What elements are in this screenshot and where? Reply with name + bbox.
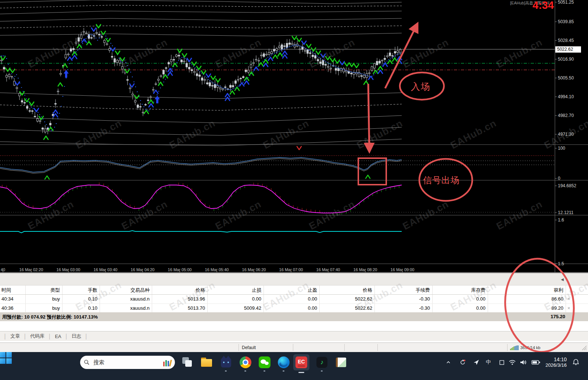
time-axis-label: 16 Mar 04:20 [131, 267, 155, 272]
search-icon [84, 359, 90, 365]
task-view-button[interactable] [181, 356, 194, 369]
time-axis-label: 16 Mar 03:40 [94, 267, 118, 272]
search-highlight-icon [162, 358, 171, 366]
mt-terminal-window: 5022.62 [EAHub]高盈力黑骑 ① 4:34 5051.255039.… [0, 0, 588, 380]
ime-language-indicator[interactable]: 中 [486, 357, 491, 367]
trade-cell: 0.10 [62, 295, 100, 303]
trade-cell: buy [26, 295, 62, 303]
trade-cell: -0.30 [375, 304, 433, 312]
trade-cell: 40:34 [0, 295, 26, 303]
price-axis-label: 12.1211 [558, 210, 574, 215]
ec-logo: EC [295, 356, 307, 368]
edge-icon[interactable] [277, 356, 290, 369]
trade-cell: 5009.42 [208, 304, 264, 312]
column-header: 获利 [488, 285, 566, 294]
time-axis-label: 16 Mar 07:40 [316, 267, 340, 272]
trade-cell: 5022.62 [320, 304, 375, 312]
trade-cell: xauusd.n [100, 295, 152, 303]
trade-cell: -0.30 [375, 295, 433, 303]
price-axis-label: 5005.50 [558, 75, 574, 81]
chart-area[interactable]: 5022.62 [EAHub]高盈力黑骑 ① 4:34 5051.255039.… [0, 0, 588, 273]
price-axis-label: 0 [558, 176, 560, 181]
price-axis-label: 4971.30 [558, 132, 574, 137]
time-axis-label: 40 [1, 267, 5, 272]
trade-cell: 5013.96 [152, 295, 208, 303]
dictionary-app-icon[interactable] [334, 356, 348, 369]
file-explorer-icon[interactable] [200, 356, 213, 369]
time-axis-label: 16 Mar 06:20 [242, 267, 266, 272]
close-trade-icon[interactable]: × [566, 304, 588, 312]
time-axis-label: 16 Mar 09:00 [391, 267, 415, 272]
connection-traffic: 3691/14 kb [520, 345, 540, 350]
column-header: 价格 [320, 285, 375, 294]
toolbox-tab-3[interactable]: EA [55, 334, 61, 339]
start-button[interactable] [0, 352, 12, 364]
chrome-icon[interactable] [239, 356, 252, 369]
time-axis-label: 16 Mar 05:00 [168, 267, 192, 272]
price-axis-label: 194.6852 [558, 183, 576, 188]
column-header: 交易品种 [100, 285, 152, 294]
margin-summary: 用预付款: 10 074.92 预付款比例: 10147.13% [2, 314, 98, 320]
music-app-icon[interactable]: ♪ [315, 356, 329, 369]
column-header: 库存费 [433, 285, 488, 294]
trade-cell: 89.20 [488, 304, 566, 312]
table-row[interactable]: 40:34buy0.10xauusd.n5013.960.000.005022.… [0, 295, 588, 303]
price-axis-label: 1.5 [558, 261, 564, 266]
search-input[interactable]: 搜索 [80, 356, 175, 369]
trade-cell: 0.10 [62, 304, 100, 312]
tray-chevron-icon[interactable] [445, 357, 451, 367]
ec-terminal-icon[interactable]: EC [293, 354, 309, 370]
price-axis-label: 5039.85 [558, 19, 574, 24]
price-axis-label: 5028.45 [558, 38, 574, 43]
price-axis-label: 100 [558, 146, 565, 151]
trade-cell: 5022.62 [320, 295, 375, 303]
maximize-tray-icon[interactable] [499, 357, 505, 367]
windows-taskbar: 搜索 EC ♪ 中 [0, 352, 588, 380]
chart-canvas[interactable] [0, 0, 588, 273]
current-price-box: 5022.62 [555, 46, 581, 53]
trade-cell: xauusd.n [100, 304, 152, 312]
trade-cell: 0.00 [433, 295, 488, 303]
price-axis-label: 4982.70 [558, 113, 574, 118]
wechat-icon[interactable] [258, 356, 271, 369]
table-header-row: 时间类型手数交易品种价格止损止盈价格手续费库存费获利 [0, 285, 588, 295]
toolbox-tab-4[interactable]: 日志 [72, 333, 81, 340]
column-header: 止盈 [264, 285, 320, 294]
status-bar: Default 3691/14 kb [0, 342, 588, 352]
trade-cell: 0.00 [433, 304, 488, 312]
column-header: 手续费 [375, 285, 433, 294]
wifi-icon[interactable] [509, 357, 516, 367]
total-profit: 175.20 [551, 314, 565, 319]
clock-date: 2026/3/16 [545, 362, 567, 368]
column-header: 类型 [26, 285, 62, 294]
battery-icon[interactable] [531, 357, 540, 367]
column-header: 价格 [152, 285, 208, 294]
table-row[interactable]: 40:36buy0.10xauusd.n5013.705009.420.0050… [0, 303, 588, 312]
candle-countdown: 4:34 [533, 0, 554, 11]
toolbox-tabs-bar: │文章│代码库│EA│日志│ [0, 331, 588, 341]
close-trade-icon[interactable]: × [566, 295, 588, 303]
toolbox-scroll-strip: ◀ [0, 273, 588, 285]
price-axis-label: 5016.90 [558, 57, 574, 62]
ime-tool-icon[interactable] [473, 357, 480, 367]
app-icon-dark[interactable] [219, 356, 233, 369]
time-axis-label: 16 Mar 07:00 [279, 267, 303, 272]
time-axis-label: 16 Mar 03:00 [57, 267, 80, 272]
profile-selector[interactable]: Default [242, 345, 256, 350]
trade-cell: 0.00 [208, 295, 264, 303]
toolbox-tab-1[interactable]: 文章 [10, 333, 20, 340]
price-axis-label: 1.6 [558, 217, 564, 223]
column-header: 时间 [0, 285, 26, 294]
sync-icon[interactable] [459, 357, 466, 367]
toolbox-tab-2[interactable]: 代码库 [30, 333, 44, 340]
speaker-icon[interactable] [520, 357, 527, 367]
clock-time: 14:10 [545, 356, 567, 362]
resize-grip[interactable] [581, 344, 587, 351]
price-axis-label: 4994.10 [558, 94, 574, 99]
notification-bell-icon[interactable] [572, 357, 580, 367]
scroll-left-icon[interactable]: ◀ [559, 277, 565, 283]
search-placeholder: 搜索 [93, 359, 162, 366]
taskbar-clock[interactable]: 14:10 2026/3/16 [545, 356, 567, 368]
account-summary-row: 用预付款: 10 074.92 预付款比例: 10147.13% 175.20 [0, 312, 588, 321]
trade-cell: 86.60 [488, 295, 566, 303]
